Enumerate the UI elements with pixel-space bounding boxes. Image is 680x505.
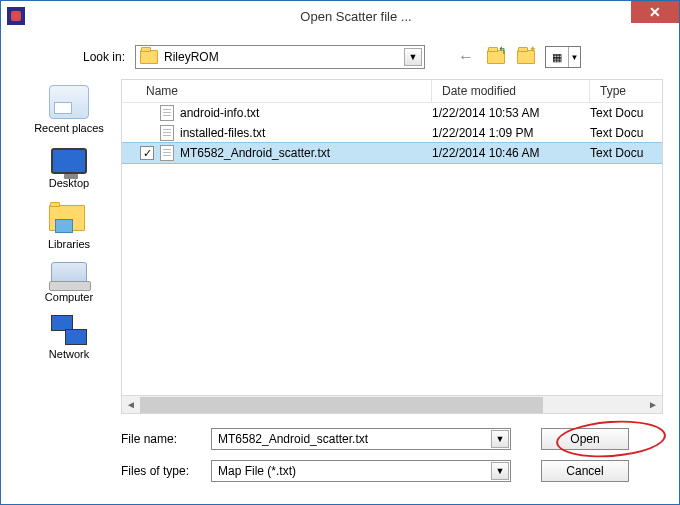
back-button[interactable]: ← — [455, 46, 477, 68]
sidebar-item-label: Network — [49, 348, 89, 360]
open-button[interactable]: Open — [541, 428, 629, 450]
scroll-right-icon[interactable]: ► — [644, 397, 662, 413]
nav-toolbar: ← ▦ ▼ — [455, 46, 581, 68]
file-list[interactable]: android-info.txt1/22/2014 10:53 AMText D… — [121, 103, 663, 396]
file-date: 1/22/2014 10:46 AM — [432, 146, 590, 160]
file-type: Text Docu — [590, 146, 662, 160]
column-date[interactable]: Date modified — [432, 80, 590, 102]
column-name[interactable]: Name — [122, 80, 432, 102]
grid-icon: ▦ — [546, 47, 568, 67]
window-title: Open Scatter file ... — [33, 9, 679, 24]
scroll-track[interactable] — [140, 397, 644, 413]
dialog-content: Look in: RileyROM ▼ ← ▦ ▼ Recent p — [1, 31, 679, 504]
filetype-row: Files of type: Map File (*.txt) ▼ Cancel — [121, 460, 663, 482]
column-type[interactable]: Type — [590, 80, 662, 102]
file-row[interactable]: ✓MT6582_Android_scatter.txt1/22/2014 10:… — [122, 143, 662, 163]
up-one-level-button[interactable] — [485, 46, 507, 68]
folder-icon — [140, 50, 158, 64]
sidebar-network[interactable]: Network — [49, 315, 89, 360]
computer-icon — [51, 262, 87, 288]
file-row[interactable]: installed-files.txt1/22/2014 1:09 PMText… — [122, 123, 662, 143]
file-type: Text Docu — [590, 106, 662, 120]
network-icon — [51, 315, 87, 345]
lookin-label: Look in: — [61, 50, 125, 64]
column-headers: Name Date modified Type — [121, 79, 663, 103]
lookin-dropdown[interactable]: RileyROM ▼ — [135, 45, 425, 69]
main-row: Recent places Desktop Libraries Computer… — [17, 79, 663, 414]
lookin-row: Look in: RileyROM ▼ ← ▦ ▼ — [17, 45, 663, 69]
close-button[interactable]: ✕ — [631, 1, 679, 23]
chevron-down-icon[interactable]: ▼ — [491, 430, 509, 448]
sidebar-item-label: Recent places — [34, 122, 104, 134]
file-type: Text Docu — [590, 126, 662, 140]
filename-input[interactable]: MT6582_Android_scatter.txt ▼ — [211, 428, 511, 450]
file-name: android-info.txt — [180, 106, 432, 120]
chevron-down-icon[interactable]: ▼ — [568, 47, 580, 67]
file-area: Name Date modified Type android-info.txt… — [121, 79, 663, 414]
bottom-panel: File name: MT6582_Android_scatter.txt ▼ … — [17, 428, 663, 492]
file-name: installed-files.txt — [180, 126, 432, 140]
file-row[interactable]: android-info.txt1/22/2014 10:53 AMText D… — [122, 103, 662, 123]
filetype-value: Map File (*.txt) — [218, 464, 296, 478]
sidebar-computer[interactable]: Computer — [45, 262, 93, 303]
chevron-down-icon[interactable]: ▼ — [491, 462, 509, 480]
file-date: 1/22/2014 1:09 PM — [432, 126, 590, 140]
chevron-down-icon[interactable]: ▼ — [404, 48, 422, 66]
cancel-button[interactable]: Cancel — [541, 460, 629, 482]
text-file-icon — [160, 125, 174, 141]
sidebar-desktop[interactable]: Desktop — [49, 146, 89, 189]
filename-label: File name: — [121, 432, 211, 446]
sidebar-item-label: Computer — [45, 291, 93, 303]
scroll-thumb[interactable] — [140, 397, 543, 413]
app-icon — [7, 7, 25, 25]
scroll-left-icon[interactable]: ◄ — [122, 397, 140, 413]
places-sidebar: Recent places Desktop Libraries Computer… — [17, 79, 121, 414]
titlebar: Open Scatter file ... ✕ — [1, 1, 679, 31]
sidebar-item-label: Libraries — [48, 238, 90, 250]
file-date: 1/22/2014 10:53 AM — [432, 106, 590, 120]
checkbox[interactable]: ✓ — [140, 146, 154, 160]
recent-places-icon — [49, 85, 89, 119]
file-name: MT6582_Android_scatter.txt — [180, 146, 432, 160]
text-file-icon — [160, 145, 174, 161]
filetype-label: Files of type: — [121, 464, 211, 478]
horizontal-scrollbar[interactable]: ◄ ► — [121, 396, 663, 414]
filename-row: File name: MT6582_Android_scatter.txt ▼ … — [121, 428, 663, 450]
text-file-icon — [160, 105, 174, 121]
sidebar-recent-places[interactable]: Recent places — [34, 85, 104, 134]
filename-value: MT6582_Android_scatter.txt — [218, 432, 368, 446]
view-menu-button[interactable]: ▦ ▼ — [545, 46, 581, 68]
open-file-dialog: Open Scatter file ... ✕ Look in: RileyRO… — [0, 0, 680, 505]
desktop-icon — [51, 148, 87, 174]
sidebar-libraries[interactable]: Libraries — [48, 201, 90, 250]
new-folder-button[interactable] — [515, 46, 537, 68]
filetype-dropdown[interactable]: Map File (*.txt) ▼ — [211, 460, 511, 482]
lookin-value: RileyROM — [164, 50, 219, 64]
libraries-icon — [49, 201, 89, 235]
